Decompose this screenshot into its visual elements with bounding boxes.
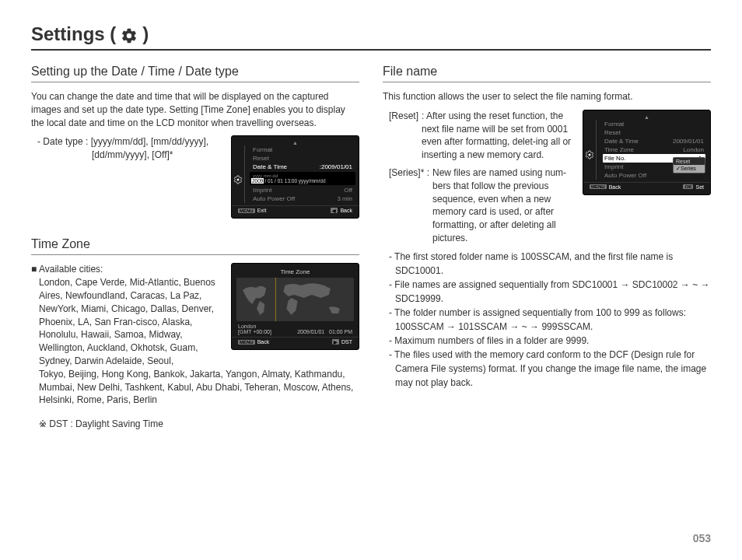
svg-point-0 [237,179,240,181]
filename-intro: This function allows the user to select … [383,90,711,103]
title-suffix: ) [142,23,149,45]
ss-timezone-value: London [683,146,704,153]
available-cities-label: Available cities: [39,264,103,275]
section-heading-timezone: Time Zone [31,237,359,255]
menu-badge: MENU [238,340,255,345]
cities-list-part1: London, Cape Verde, Mid-Atlantic, Buenos… [39,277,215,366]
camera-screenshot-datetime: ▲ Format Reset Date & Time:2009/01/01 yy… [231,135,359,219]
ss-format-label: Format [253,146,272,153]
tz-time: 01:00 PM [329,329,352,334]
ss-editor-rest: / 01 / 01 13:00 yyyy/mm/dd [264,178,325,184]
note-4: - Maximum numbers of files in a folder a… [384,334,711,348]
fileno-popup: Reset ✓Series [673,157,705,173]
back-label: Back [257,339,270,345]
dst-badge: ▶ [332,339,339,345]
ss-apo-value: 3 min [337,195,352,202]
dst-label: DST [341,339,352,345]
tz-title: Time Zone [232,268,359,278]
ss-apo-label: Auto Power Off [604,172,646,179]
camera-screenshot-timezone: Time Zone [231,263,359,350]
ss-datetime-value: 2009/01/01 [673,138,704,145]
series-def-label: [Series]* : [389,166,429,245]
ss-reset-label: Reset [253,155,269,162]
page-title: Settings ( ) [31,23,711,51]
reset-def-text: : After using the reset function, the ne… [418,110,575,162]
gear-icon [585,150,594,159]
note-2: - File names are assigned sequentially f… [384,278,711,306]
note-1: - The first stored folder name is 100SSC… [384,250,711,278]
back-badge: ◀ [331,208,338,213]
ss-datetime-label: Date & Time [253,163,287,170]
date-intro-text: You can change the date and time that wi… [31,90,359,129]
tz-gmt: [GMT +00:00] [238,329,271,334]
filename-notes: - The first stored folder name is 100SSC… [383,250,711,390]
exit-label: Exit [257,208,267,213]
title-prefix: Settings ( [31,23,116,45]
ok-badge: OK [683,184,693,189]
page-number: 053 [693,532,711,544]
camera-screenshot-fileno: ▲ Format Reset Date & Time2009/01/01 Tim… [583,110,711,195]
ss-imprint-label: Imprint [253,187,271,194]
svg-point-3 [589,154,591,156]
tz-city: London [238,324,256,329]
menu-badge: MENU [238,208,255,213]
ss-format-label: Format [604,121,624,128]
popup-series: Series [681,166,696,171]
reset-def-label: [Reset] [389,110,418,162]
ss-imprint-value: Off [344,187,352,194]
cities-list-part2: Tokyo, Beijing, Hong Kong, Bankok, Jakar… [31,368,359,407]
series-def-text: New files are named using num-bers that … [429,166,575,245]
note-5: - The files used with the memory card co… [384,348,711,390]
ss-fileno-label: File No. [604,155,626,162]
popup-reset: Reset [674,158,705,165]
back-label: Back [340,208,352,213]
section-heading-date: Setting up the Date / Time / Date type [31,65,359,82]
ss-datetime-value: :2009/01/01 [320,163,352,170]
tz-date: 2009/01/01 [297,329,324,334]
world-map-icon [236,278,354,321]
ss-reset-label: Reset [604,129,621,136]
gear-icon [233,175,243,184]
note-3: - The folder number is assigned sequenti… [384,306,711,334]
dst-note: ※ DST : Daylight Saving Time [31,418,359,431]
ss-timezone-label: Time Zone [604,146,634,153]
ss-datetime-label: Date & Time [604,138,639,145]
set-label: Set [695,184,704,190]
ss-imprint-label: Imprint [604,163,623,170]
ss-editor-year: 2009 [251,178,264,184]
gear-icon [121,23,138,45]
ss-apo-label: Auto Power Off [253,195,295,202]
back-label: Back [609,184,621,190]
menu-badge: MENU [590,184,607,189]
section-heading-filename: File name [383,65,711,82]
